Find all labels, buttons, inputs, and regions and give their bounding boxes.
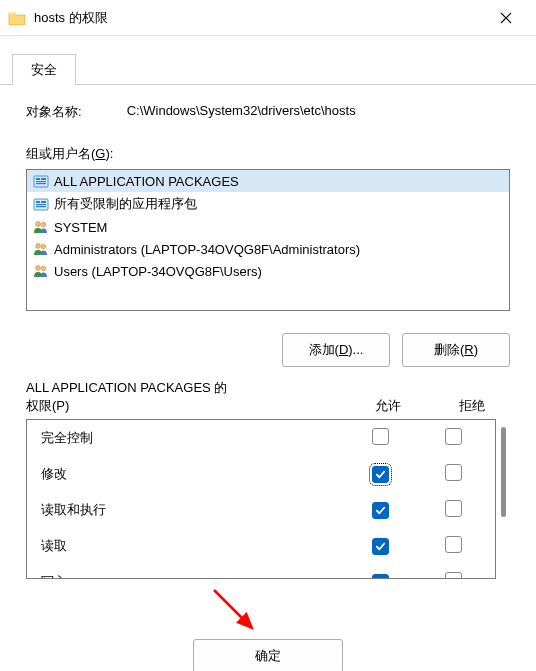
svg-rect-3 (36, 181, 46, 182)
svg-point-11 (41, 222, 45, 226)
permissions-scrollbar[interactable] (496, 419, 510, 579)
list-item-label: SYSTEM (54, 220, 107, 235)
list-item[interactable]: Users (LAPTOP-34OVQG8F\Users) (27, 260, 509, 282)
svg-rect-7 (41, 201, 46, 203)
permission-name: 修改 (41, 465, 335, 483)
checkbox[interactable] (372, 538, 389, 555)
svg-rect-1 (36, 178, 40, 180)
checkbox[interactable] (445, 572, 462, 579)
permission-name: 完全控制 (41, 429, 335, 447)
permission-row: 修改 (27, 456, 495, 492)
checkbox[interactable] (445, 464, 462, 481)
group-buttons: 添加(D)... 删除(R) (26, 333, 510, 367)
ok-button[interactable]: 确定 (193, 639, 343, 671)
allow-cell (335, 466, 425, 483)
deny-column-header: 拒绝 (433, 397, 510, 415)
svg-rect-9 (36, 206, 46, 207)
close-button[interactable] (483, 3, 528, 33)
checkbox[interactable] (372, 574, 389, 580)
permissions-listbox[interactable]: 完全控制修改读取和执行读取写入 (26, 419, 496, 579)
tab-strip: 安全 (0, 36, 536, 85)
add-button[interactable]: 添加(D)... (282, 333, 390, 367)
group-icon (33, 173, 49, 189)
checkbox[interactable] (372, 502, 389, 519)
users-icon (33, 219, 49, 235)
svg-rect-4 (36, 183, 46, 184)
dialog-button-row: 确定 (0, 589, 536, 671)
checkbox[interactable] (445, 428, 462, 445)
permission-name: 写入 (41, 573, 335, 579)
groups-label: 组或用户名(G): (26, 145, 510, 163)
scroll-thumb[interactable] (501, 427, 506, 517)
permission-row: 完全控制 (27, 420, 495, 456)
permission-row: 写入 (27, 564, 495, 579)
svg-point-13 (41, 244, 45, 248)
groups-listbox[interactable]: ALL APPLICATION PACKAGES所有受限制的应用程序包SYSTE… (26, 169, 510, 311)
allow-cell (335, 538, 425, 555)
allow-cell (335, 574, 425, 580)
object-name-value: C:\Windows\System32\drivers\etc\hosts (127, 103, 356, 121)
permission-row: 读取和执行 (27, 492, 495, 528)
window-title: hosts 的权限 (34, 9, 483, 27)
list-item-label: ALL APPLICATION PACKAGES (54, 174, 239, 189)
svg-rect-2 (41, 178, 46, 180)
svg-point-10 (36, 222, 41, 227)
deny-cell (425, 500, 481, 520)
tab-security[interactable]: 安全 (12, 54, 76, 85)
list-item-label: Users (LAPTOP-34OVQG8F\Users) (54, 264, 262, 279)
permission-name: 读取和执行 (41, 501, 335, 519)
list-item[interactable]: Administrators (LAPTOP-34OVQG8F\Administ… (27, 238, 509, 260)
titlebar: hosts 的权限 (0, 0, 536, 36)
svg-rect-6 (36, 201, 40, 203)
allow-cell (335, 428, 425, 448)
permission-row: 读取 (27, 528, 495, 564)
remove-button[interactable]: 删除(R) (402, 333, 510, 367)
deny-cell (425, 464, 481, 484)
svg-rect-8 (36, 204, 46, 205)
svg-point-15 (41, 266, 45, 270)
allow-column-header: 允许 (343, 397, 433, 415)
permissions-box-wrap: 完全控制修改读取和执行读取写入 (26, 419, 510, 579)
checkbox[interactable] (445, 536, 462, 553)
list-item[interactable]: ALL APPLICATION PACKAGES (27, 170, 509, 192)
permissions-header-label: ALL APPLICATION PACKAGES 的 权限(P) (26, 379, 343, 415)
checkbox[interactable] (372, 466, 389, 483)
list-item[interactable]: 所有受限制的应用程序包 (27, 192, 509, 216)
list-item-label: Administrators (LAPTOP-34OVQG8F\Administ… (54, 242, 360, 257)
checkbox[interactable] (372, 428, 389, 445)
deny-cell (425, 572, 481, 579)
list-item-label: 所有受限制的应用程序包 (54, 195, 197, 213)
permission-name: 读取 (41, 537, 335, 555)
users-icon (33, 241, 49, 257)
deny-cell (425, 428, 481, 448)
object-name-row: 对象名称: C:\Windows\System32\drivers\etc\ho… (26, 103, 510, 121)
object-name-label: 对象名称: (26, 103, 82, 121)
svg-point-14 (36, 266, 41, 271)
svg-point-12 (36, 244, 41, 249)
checkbox[interactable] (445, 500, 462, 517)
deny-cell (425, 536, 481, 556)
list-item[interactable]: SYSTEM (27, 216, 509, 238)
group-icon (33, 196, 49, 212)
permissions-header: ALL APPLICATION PACKAGES 的 权限(P) 允许 拒绝 (26, 379, 510, 415)
allow-cell (335, 502, 425, 519)
tab-panel: 对象名称: C:\Windows\System32\drivers\etc\ho… (0, 84, 536, 589)
users-icon (33, 263, 49, 279)
folder-icon (8, 10, 26, 26)
